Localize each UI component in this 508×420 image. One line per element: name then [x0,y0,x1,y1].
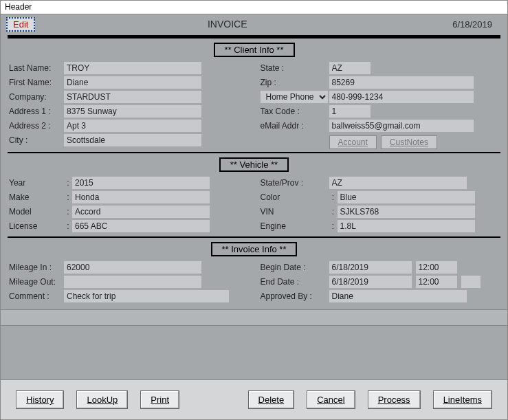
city-field[interactable] [64,134,201,146]
begintime-field[interactable] [416,261,457,274]
label-begindate: Begin Date : [261,263,329,272]
lookup-button[interactable]: LookUp [76,390,128,409]
company-field[interactable] [64,91,201,103]
phone-field[interactable] [329,91,474,103]
mileageout-field[interactable] [64,276,201,288]
addr2-field[interactable] [64,120,201,132]
label-enddate: End Date : [261,277,329,287]
firstname-field[interactable] [64,76,201,89]
label-approvedby: Approved By : [261,291,329,301]
label-vin: VIN [261,207,329,217]
lineitems-button[interactable]: LineItems [433,390,492,409]
delete-button[interactable]: Delete [248,390,295,409]
enddate-field[interactable] [329,276,412,288]
label-make: Make [9,192,64,202]
label-addr1: Address 1 : [9,107,64,116]
vehicle-section-title: ** Vehicle ** [219,157,289,172]
label-taxcode: Tax Code : [261,107,329,116]
window-title: Header [5,2,32,12]
zip-field[interactable] [329,76,474,89]
label-firstname: First Name: [9,78,64,87]
label-color: Color [261,192,329,202]
label-stateprov: State/Prov : [261,178,329,188]
approvedby-field[interactable] [329,290,467,302]
header-row: Edit INVOICE 6/18/2019 [1,14,507,32]
cancel-button[interactable]: Cancel [307,390,355,409]
label-company: Company: [9,92,64,102]
lastname-field[interactable] [64,62,201,74]
process-button[interactable]: Process [368,390,421,409]
addr1-field[interactable] [64,105,201,118]
client-section-head: ** Client Info ** [8,43,500,57]
license-field[interactable] [72,220,210,232]
label-mileagein: Mileage In : [9,263,64,272]
label-mileageout: Mileage Out: [9,277,64,287]
vehicle-form: Year: Make: Model: License: State/Prov :… [1,176,507,234]
edit-button[interactable]: Edit [6,17,35,32]
color-field[interactable] [338,191,475,203]
invoice-form: Mileage In : Mileage Out: Comment : Begi… [1,261,507,304]
divider [8,236,500,238]
midspacer [1,309,507,326]
begindate-field[interactable] [329,261,412,274]
print-button[interactable]: Print [140,390,179,409]
client-form: Last Name: First Name: Company: Address … [1,61,507,149]
label-addr2: Address 2 : [9,121,64,131]
window-titlebar: Header [1,1,507,14]
label-lastname: Last Name: [9,63,64,73]
vin-field[interactable] [338,206,475,218]
label-license: License [9,221,64,231]
label-email: eMail Addr : [261,121,329,131]
email-field[interactable] [329,120,474,132]
label-model: Model [9,207,64,217]
label-state: State : [261,63,329,73]
model-field[interactable] [72,206,210,218]
label-city: City : [9,135,64,145]
divider [8,152,500,153]
account-button[interactable]: Account [329,135,377,149]
taxcode-field[interactable] [329,105,371,118]
mileagein-field[interactable] [64,261,201,274]
footer-toolbar: History LookUp Print Delete Cancel Proce… [1,379,507,419]
year-field[interactable] [72,177,210,189]
label-zip: Zip : [261,78,329,87]
label-year: Year [9,178,64,188]
invoice-section-title: ** Invoice Info ** [211,242,298,256]
invoice-window: Header Edit INVOICE 6/18/2019 ** Client … [0,0,508,420]
header-date: 6/18/2019 [419,19,502,30]
label-comment: Comment : [9,291,64,301]
vehicle-section-head: ** Vehicle ** [8,157,500,172]
phone-type-select[interactable]: Home Phone [261,91,328,103]
label-engine: Engine [261,221,329,231]
engine-field[interactable] [338,220,475,232]
page-title: INVOICE [35,19,419,30]
stateprov-field[interactable] [329,177,467,189]
state-field[interactable] [329,62,371,74]
divider [8,35,500,38]
invoice-section-head: ** Invoice Info ** [8,242,500,256]
custnotes-button[interactable]: CustNotes [381,135,437,149]
history-button[interactable]: History [16,390,64,409]
endtime-field[interactable] [416,276,457,288]
comment-field[interactable] [64,290,229,302]
make-field[interactable] [72,191,210,203]
end-extra-field[interactable] [461,276,481,288]
client-section-title: ** Client Info ** [214,43,295,57]
